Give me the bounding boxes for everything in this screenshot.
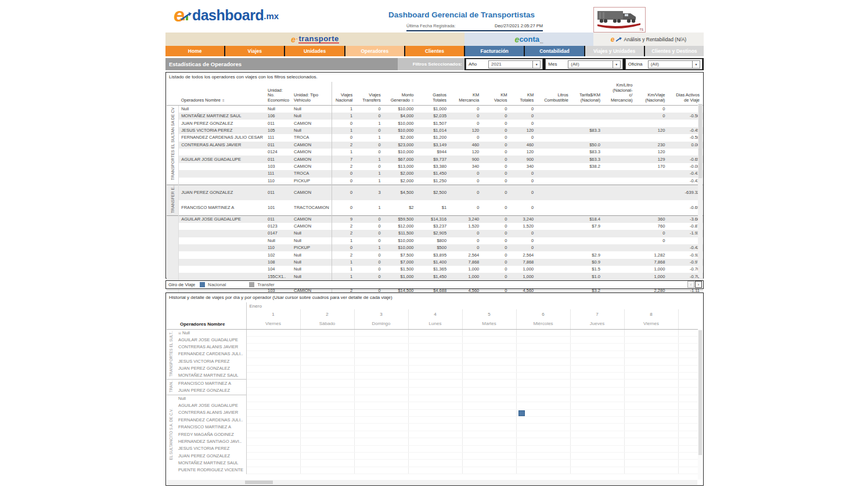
filter-ano-select[interactable]: 2021▼ xyxy=(488,60,541,68)
vertical-scrollbar[interactable] xyxy=(698,329,703,479)
operator-row[interactable]: FRANCISCO MARTINEZ A101TRACTOCAMION01$2$… xyxy=(167,200,703,216)
operator-row[interactable]: 110PICKUP01$2,000$1,250000-0.43 xyxy=(167,178,703,185)
tab-home[interactable]: Home xyxy=(165,46,224,56)
operator-day-row[interactable]: CONTRERAS ALANIS JAVIER xyxy=(167,409,698,416)
col-header[interactable]: KM Mercancía xyxy=(454,82,487,106)
cell: $7,000 xyxy=(388,259,422,266)
tab-facturacion[interactable]: Facturación xyxy=(465,46,524,56)
operator-day-row[interactable]: FERNANDEZ CARDENAS JULI.. xyxy=(167,417,698,424)
operator-day-row[interactable]: EL SULTANCITO S.A. DE C.V.Null xyxy=(167,395,698,402)
col-header[interactable]: Unidad: Tipo Vehículo xyxy=(291,82,332,106)
operator-row[interactable]: 0124CAMION10$10,000$9441200120$83.3120 xyxy=(167,149,703,156)
expand-icon[interactable]: ⊞ xyxy=(178,331,181,335)
operator-row[interactable]: TRANSFER E..JUAN PEREZ GONZALEZ011CAMION… xyxy=(167,185,703,200)
cell: 7,868 xyxy=(640,259,672,266)
col-header[interactable]: Monto Generado≡ xyxy=(388,82,422,106)
operator-day-row[interactable]: FRANCISCO MARTINEZ A xyxy=(167,424,698,431)
tab-viajes-y-unidades[interactable]: Viajes y Unidades xyxy=(585,46,644,56)
operator-row[interactable]: MONTAÑEZ MARTINEZ SAUL106Null10$4,000$2,… xyxy=(167,113,703,120)
scrollbar-thumb[interactable] xyxy=(698,330,702,455)
sort-icon[interactable]: ≡ xyxy=(412,99,414,102)
operator-day-row[interactable]: TRANSPORTES EL SULT..⊞Null xyxy=(167,329,698,337)
col-header[interactable]: KM Vacíos xyxy=(487,82,514,106)
operator-row[interactable]: 104Null10$1,500$1,3651,00001,000$1.51,00… xyxy=(167,266,703,273)
operator-row[interactable]: CONTRERAS ALANIS JAVIER011CAMION20$23,00… xyxy=(167,142,703,149)
filter-oficina-select[interactable]: (All)▼ xyxy=(648,60,700,68)
cell: $18.4 xyxy=(576,215,608,223)
operator-day-row[interactable]: AGUILAR JOSE GUADALUPE xyxy=(167,402,698,409)
horizontal-scrollbar[interactable] xyxy=(167,480,697,485)
operator-day-row[interactable]: JUAN PEREZ GONZALEZ xyxy=(167,453,698,460)
operator-day-row[interactable]: JUAN PEREZ GONZALEZ xyxy=(167,365,698,372)
operator-day-row[interactable]: PUENTE RODRIGUEZ VICENTE xyxy=(167,467,698,474)
operator-day-row[interactable]: JUAN PEREZ GONZALEZ xyxy=(167,387,698,395)
cell: $10,000 xyxy=(388,237,422,244)
col-header[interactable]: Viajes Nacional xyxy=(332,82,360,106)
operator-day-row[interactable]: FERNANDEZ CARDENAS JULI.. xyxy=(167,351,698,358)
operator-day-row[interactable]: TRAN..FRANCISCO MARTINEZ A xyxy=(167,380,698,387)
cell: Null xyxy=(291,230,332,237)
operator-day-row[interactable]: JESUS VICTORIA PEREZ xyxy=(167,445,698,452)
col-header[interactable]: Viajes Transfers xyxy=(360,82,388,106)
tab-clientes-y-destinos[interactable]: Clientes y Destinos xyxy=(645,46,704,56)
col-header[interactable]: Gastos Totales xyxy=(422,82,455,106)
operator-row[interactable]: JUAN PEREZ GONZALEZ011CAMION01$10,000$1,… xyxy=(167,120,703,127)
operator-day-row[interactable]: MONTAÑEZ MARTINEZ SAUL xyxy=(167,460,698,467)
col-header[interactable]: Km/Viaje (Nacional) xyxy=(640,82,672,106)
tab-operadores[interactable]: Operadores xyxy=(345,46,404,56)
tab-contabilidad[interactable]: Contabilidad xyxy=(525,46,584,56)
day-name: Sábado xyxy=(300,319,354,329)
tab-unidades[interactable]: Unidades xyxy=(285,46,344,56)
operator-row[interactable]: 108Null10$7,000$1,4007,86807,868$0.97,86… xyxy=(167,259,703,266)
cell: $1,365 xyxy=(422,266,455,273)
operator-row[interactable]: 110PICKUP01$10,000$500000-0.42 xyxy=(167,244,703,251)
chevron-right-icon[interactable]: › xyxy=(695,281,702,288)
operator-row[interactable]: AGUILAR JOSE GUADALUPE011CAMION90$59,500… xyxy=(167,215,703,223)
cell: 3 xyxy=(360,185,388,200)
operator-day-row[interactable]: JESUS VICTORIA PEREZ xyxy=(167,358,698,365)
operator-row[interactable]: 102Null20$7,500$3,8952,56402,564$2.91,28… xyxy=(167,251,703,258)
operator-day-row[interactable]: FREDY MAGAÑA GODINEZ xyxy=(167,431,698,438)
operator-day-row[interactable]: HERNANDEZ SANTIAGO JAVI.. xyxy=(167,438,698,445)
operator-row[interactable]: AGUILAR JOSE GUADALUPE011CAMION71$67,000… xyxy=(167,156,703,163)
cell: $67,000 xyxy=(388,156,422,163)
cell: 1 xyxy=(360,244,388,251)
col-header[interactable]: Tarifa$/KM (Nacional) xyxy=(576,82,608,106)
chevron-left-icon[interactable]: ‹ xyxy=(687,281,694,288)
tab-viajes[interactable]: Viajes xyxy=(225,46,284,56)
operator-day-row[interactable]: CONTRERAS ALANIS JAVIER xyxy=(167,344,698,351)
operator-row[interactable]: 155CX1..Null10$1,000$1,4501,00001,000$1.… xyxy=(167,273,703,280)
legend-item-transfer[interactable]: Transfer xyxy=(249,282,275,287)
col-header[interactable]: KM Totales xyxy=(514,82,541,106)
col-header[interactable]: Dias Activos de Viaje xyxy=(672,82,703,106)
sort-icon[interactable]: ≡ xyxy=(222,99,225,102)
operator-row[interactable]: NullNull10$10,000$8000000 xyxy=(167,237,703,244)
cell: 1,520 xyxy=(514,223,541,230)
day-cell xyxy=(678,387,698,395)
cell: 0 xyxy=(454,244,487,251)
vertical-scrollbar[interactable] xyxy=(698,104,703,277)
filter-mes-select[interactable]: (All)▼ xyxy=(568,60,620,68)
scrollbar-thumb[interactable] xyxy=(245,481,273,484)
cell: 1,000 xyxy=(454,273,487,280)
operator-day-row[interactable]: MONTAÑEZ MARTINEZ SAUL xyxy=(167,372,698,380)
legend-item-nacional[interactable]: Nacional xyxy=(200,282,226,287)
operator-day-row[interactable]: AGUILAR JOSE GUADALUPE xyxy=(167,337,698,344)
cell: 2 xyxy=(332,230,360,237)
operator-row[interactable]: JESUS VICTORIA PEREZ105Null10$10,000$1,0… xyxy=(167,127,703,134)
operator-row[interactable]: 103CAMION20$13,000$3,3803400340$38.2170-… xyxy=(167,163,703,170)
col-header-label: Km/Litro (Nacional-c/ Mercancía) xyxy=(611,82,633,103)
operator-row[interactable]: FERNANDEZ CARDENAS JULIO CESAR111TROCA01… xyxy=(167,134,703,141)
viaje-mark[interactable] xyxy=(518,410,525,416)
col-header[interactable]: Operadores Nombre≡ xyxy=(179,82,265,106)
operator-row[interactable]: 0147Null20$11,500$2,9050000-1.93 xyxy=(167,230,703,237)
operator-row[interactable]: 0123CAMION20$12,000$3,2371,52001,520$7.9… xyxy=(167,223,703,230)
operator-row[interactable]: TRANSPORTES EL SULTAN SA DE CVNullNullNu… xyxy=(167,106,703,113)
col-header[interactable]: Litros Combustible xyxy=(541,82,576,106)
cell: $9,737 xyxy=(422,156,455,163)
col-header[interactable]: Unidad: No. Economico xyxy=(265,82,291,106)
tab-clientes[interactable]: Clientes xyxy=(405,46,464,56)
col-header[interactable]: Km/Litro (Nacional-c/ Mercancía) xyxy=(608,82,640,106)
operator-row[interactable]: 111TROCA01$2,000$1,450000-0.43 xyxy=(167,170,703,177)
scrollbar-thumb[interactable] xyxy=(698,104,702,178)
